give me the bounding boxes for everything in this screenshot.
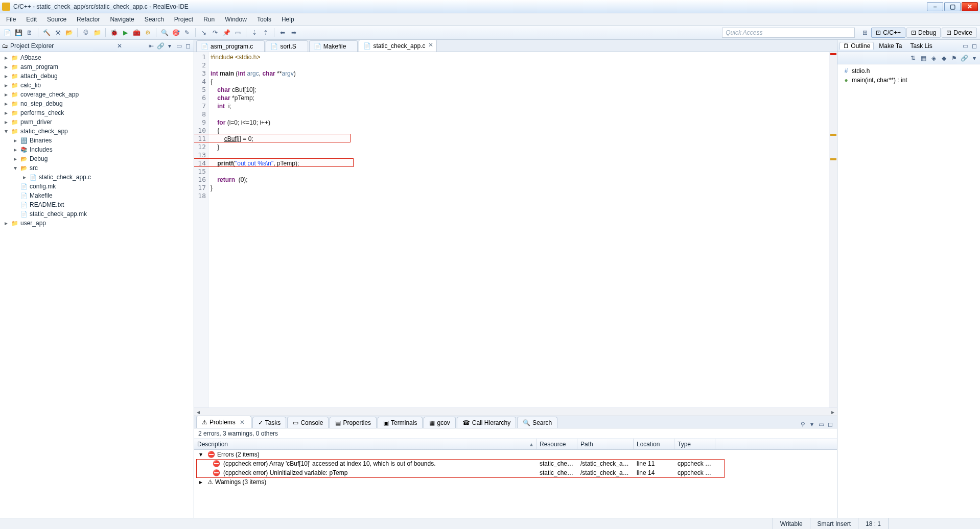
hide-static-icon[interactable]: ◈	[930, 55, 937, 62]
tree-item[interactable]: ▸📁performs_check	[0, 108, 194, 117]
menu-file[interactable]: File	[1, 14, 21, 25]
tree-item[interactable]: ▸📁asm_program	[0, 62, 194, 71]
maximize-icon[interactable]: ◻	[827, 421, 834, 428]
perspective-cc[interactable]: ⊡C/C++	[871, 28, 905, 38]
tree-item[interactable]: ▾📂src	[0, 163, 194, 173]
editor-tab[interactable]: 📄asm_program.c	[196, 40, 265, 52]
menu-tools[interactable]: Tools	[252, 14, 276, 25]
maximize-icon[interactable]: ◻	[184, 42, 192, 50]
code-editor[interactable]: 1 2 3 4 5 6 7 8 9 10 11 12 13 14 15 16 1…	[194, 52, 837, 407]
problems-table[interactable]: Description▴ResourcePathLocationType ▾⛔E…	[194, 439, 837, 518]
sort-icon[interactable]: ⇅	[909, 55, 917, 62]
prev-annotation-icon[interactable]: ⇡	[261, 28, 271, 38]
bottom-tab-callhierarchy[interactable]: ☎Call Hierarchy	[457, 417, 516, 428]
tree-item[interactable]: 📄Makefile	[0, 191, 194, 200]
outline-item[interactable]: ●main(int, char**) : int	[839, 76, 978, 85]
tree-item[interactable]: ▸📂Debug	[0, 154, 194, 163]
column-header[interactable]: Path	[577, 439, 634, 449]
link-editor-icon[interactable]: 🔗	[157, 42, 164, 50]
outline-tab[interactable]: 🗒 Outline	[839, 42, 874, 50]
new-folder-icon[interactable]: 📁	[92, 28, 102, 38]
collapse-all-icon[interactable]: ⇤	[148, 42, 155, 50]
save-all-icon[interactable]: 🗎	[25, 28, 35, 38]
close-tab-icon[interactable]: ✕	[427, 41, 434, 49]
tree-item[interactable]: ▸📁A9base	[0, 53, 194, 62]
tree-item[interactable]: ▸📄static_check_app.c	[0, 173, 194, 182]
menu-refactor[interactable]: Refactor	[72, 14, 105, 25]
minimize-button[interactable]: –	[927, 2, 943, 11]
save-icon[interactable]: 💾	[13, 28, 24, 38]
filter-icon[interactable]: ⚑	[950, 55, 958, 62]
menu-navigate[interactable]: Navigate	[105, 14, 139, 25]
close-icon[interactable]: ✕	[240, 419, 246, 426]
bottom-tab-properties[interactable]: ▤Properties	[330, 417, 377, 428]
outline-tab[interactable]: Make Ta	[876, 42, 905, 50]
tree-item[interactable]: 📄static_check_app.mk	[0, 209, 194, 219]
tree-item[interactable]: ▸📁user_app	[0, 219, 194, 228]
bottom-tab-problems[interactable]: ⚠Problems✕	[196, 416, 251, 428]
menu-window[interactable]: Window	[220, 14, 252, 25]
tree-item[interactable]: ▸📁coverage_check_app	[0, 90, 194, 99]
column-header[interactable]: Description▴	[194, 439, 536, 449]
overview-ruler[interactable]	[829, 52, 837, 407]
problem-group[interactable]: ▾⛔Errors (2 items)	[194, 450, 837, 459]
tree-item[interactable]: ▸📁attach_debug	[0, 71, 194, 81]
perspective-device[interactable]: ⊡Device	[942, 28, 977, 38]
menu-run[interactable]: Run	[198, 14, 220, 25]
step-over-icon[interactable]: ↷	[210, 28, 220, 38]
tree-item[interactable]: 📄config.mk	[0, 182, 194, 191]
scroll-left-icon[interactable]: ◂	[194, 408, 202, 416]
close-button[interactable]: ✕	[962, 2, 978, 11]
outline-item[interactable]: #stdio.h	[839, 66, 978, 76]
run-icon[interactable]: ▶	[120, 28, 130, 38]
menu-source[interactable]: Source	[42, 14, 72, 25]
external-tools-icon[interactable]: 🧰	[131, 28, 142, 38]
close-icon[interactable]: ✕	[116, 42, 123, 50]
horizontal-scrollbar[interactable]: ◂ ▸	[194, 407, 837, 416]
tree-item[interactable]: ▸📁pwm_driver	[0, 117, 194, 127]
problem-row[interactable]: ⛔(cppcheck error) Array 'cBuf[10]' acces…	[194, 459, 837, 468]
step-into-icon[interactable]: ↘	[199, 28, 209, 38]
pin-icon[interactable]: 📌	[221, 28, 231, 38]
tree-item[interactable]: ▸🔢Binaries	[0, 136, 194, 145]
new-icon[interactable]: 📄	[2, 28, 12, 38]
forward-icon[interactable]: ➡	[289, 28, 299, 38]
editor-tab[interactable]: 📄static_check_app.c✕	[359, 39, 437, 52]
view-menu-icon[interactable]: ▾	[808, 421, 815, 428]
debug-icon[interactable]: 🐞	[109, 28, 119, 38]
view-menu-icon[interactable]: ▾	[166, 42, 173, 50]
editor-tab[interactable]: 📄sort.S	[266, 40, 308, 52]
search-icon[interactable]: 🔍	[159, 28, 170, 38]
hide-non-public-icon[interactable]: ◆	[940, 55, 947, 62]
tree-item[interactable]: ▾📁static_check_app	[0, 127, 194, 136]
profile-icon[interactable]: ⚙	[143, 28, 153, 38]
code-area[interactable]: #include <stdio.h>int main (int argc, ch…	[208, 52, 829, 407]
bottom-tab-gcov[interactable]: ▦gcov	[424, 417, 455, 428]
menu-help[interactable]: Help	[276, 14, 299, 25]
bottom-tab-terminals[interactable]: ▣Terminals	[378, 417, 423, 428]
outline-tree[interactable]: #stdio.h●main(int, char**) : int	[837, 64, 980, 87]
problem-group[interactable]: ▸⚠Warnings (3 items)	[194, 477, 837, 487]
outline-tab[interactable]: Task Lis	[907, 42, 936, 50]
minimize-icon[interactable]: ▭	[175, 42, 182, 50]
problem-row[interactable]: ⛔(cppcheck error) Uninitialized variable…	[194, 468, 837, 477]
bottom-tab-console[interactable]: ▭Console	[287, 417, 329, 428]
tree-item[interactable]: ▸📚Includes	[0, 145, 194, 154]
column-header[interactable]: Resource	[536, 439, 577, 449]
open-perspective-icon[interactable]: ⊞	[860, 28, 870, 38]
folder-icon[interactable]: 📂	[64, 28, 74, 38]
bottom-tab-search[interactable]: 🔍Search	[517, 417, 557, 428]
menu-search[interactable]: Search	[139, 14, 169, 25]
column-header[interactable]: Type	[674, 439, 715, 449]
maximize-button[interactable]: ▢	[944, 2, 961, 11]
toggle-mark-icon[interactable]: ✎	[182, 28, 192, 38]
bottom-tab-tasks[interactable]: ✓Tasks	[252, 417, 287, 428]
open-type-icon[interactable]: 🎯	[171, 28, 181, 38]
menu-project[interactable]: Project	[169, 14, 198, 25]
view-menu-icon[interactable]: ▾	[971, 55, 978, 62]
maximize-icon[interactable]: ◻	[971, 42, 978, 50]
link-icon[interactable]: 🔗	[961, 55, 968, 62]
quick-access-input[interactable]: Quick Access	[722, 28, 855, 38]
minimize-icon[interactable]: ▭	[818, 421, 825, 428]
new-class-icon[interactable]: ©	[81, 28, 91, 38]
